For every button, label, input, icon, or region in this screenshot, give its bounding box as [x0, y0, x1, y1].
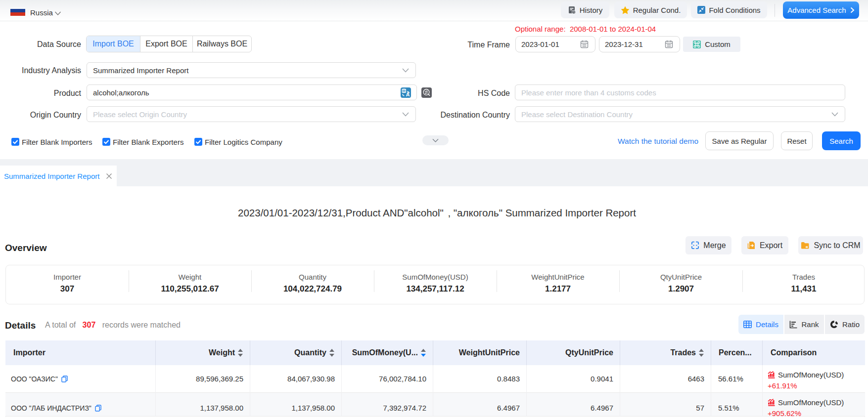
- svg-text:A: A: [406, 91, 410, 97]
